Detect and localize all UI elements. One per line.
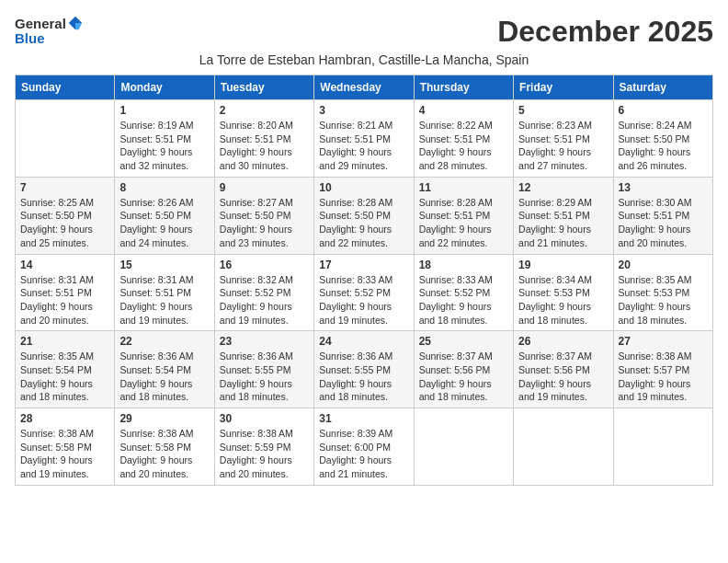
weekday-header-wednesday: Wednesday xyxy=(314,75,414,100)
day-number: 2 xyxy=(220,104,309,117)
logo-icon xyxy=(67,15,84,31)
day-info: Sunrise: 8:34 AM Sunset: 5:53 PM Dayligh… xyxy=(518,273,608,327)
day-info: Sunrise: 8:33 AM Sunset: 5:52 PM Dayligh… xyxy=(319,273,408,327)
calendar-cell: 15Sunrise: 8:31 AM Sunset: 5:51 PM Dayli… xyxy=(115,254,214,331)
day-number: 5 xyxy=(518,104,608,117)
day-number: 24 xyxy=(319,335,408,348)
day-number: 20 xyxy=(619,259,708,271)
day-number: 18 xyxy=(419,259,508,271)
calendar-table: SundayMondayTuesdayWednesdayThursdayFrid… xyxy=(15,75,713,486)
calendar-cell: 27Sunrise: 8:38 AM Sunset: 5:57 PM Dayli… xyxy=(613,331,712,408)
week-row-1: 1Sunrise: 8:19 AM Sunset: 5:51 PM Daylig… xyxy=(16,100,713,178)
calendar-cell: 29Sunrise: 8:38 AM Sunset: 5:58 PM Dayli… xyxy=(115,408,214,486)
day-info: Sunrise: 8:33 AM Sunset: 5:52 PM Dayligh… xyxy=(419,273,508,327)
calendar-cell: 8Sunrise: 8:26 AM Sunset: 5:50 PM Daylig… xyxy=(115,177,214,254)
week-row-4: 21Sunrise: 8:35 AM Sunset: 5:54 PM Dayli… xyxy=(16,331,713,408)
day-info: Sunrise: 8:24 AM Sunset: 5:50 PM Dayligh… xyxy=(619,119,708,173)
calendar-cell: 30Sunrise: 8:38 AM Sunset: 5:59 PM Dayli… xyxy=(214,408,313,486)
day-info: Sunrise: 8:22 AM Sunset: 5:51 PM Dayligh… xyxy=(419,119,508,173)
weekday-header-saturday: Saturday xyxy=(613,75,712,100)
day-info: Sunrise: 8:38 AM Sunset: 5:58 PM Dayligh… xyxy=(20,427,109,481)
calendar-cell: 9Sunrise: 8:27 AM Sunset: 5:50 PM Daylig… xyxy=(214,177,313,254)
week-row-5: 28Sunrise: 8:38 AM Sunset: 5:58 PM Dayli… xyxy=(16,408,713,486)
day-number: 8 xyxy=(119,181,209,194)
weekday-header-sunday: Sunday xyxy=(16,75,115,100)
page-header: General Blue December 2025 xyxy=(15,15,713,49)
day-info: Sunrise: 8:25 AM Sunset: 5:50 PM Dayligh… xyxy=(20,196,109,250)
day-info: Sunrise: 8:28 AM Sunset: 5:51 PM Dayligh… xyxy=(419,196,508,250)
svg-marker-1 xyxy=(75,23,82,29)
day-info: Sunrise: 8:21 AM Sunset: 5:51 PM Dayligh… xyxy=(319,119,408,173)
day-info: Sunrise: 8:36 AM Sunset: 5:54 PM Dayligh… xyxy=(119,350,209,404)
calendar-cell: 16Sunrise: 8:32 AM Sunset: 5:52 PM Dayli… xyxy=(214,254,313,331)
calendar-cell: 5Sunrise: 8:23 AM Sunset: 5:51 PM Daylig… xyxy=(514,100,613,178)
day-info: Sunrise: 8:38 AM Sunset: 5:58 PM Dayligh… xyxy=(119,427,209,481)
calendar-cell: 11Sunrise: 8:28 AM Sunset: 5:51 PM Dayli… xyxy=(414,177,513,254)
calendar-cell: 17Sunrise: 8:33 AM Sunset: 5:52 PM Dayli… xyxy=(314,254,414,331)
calendar-cell: 18Sunrise: 8:33 AM Sunset: 5:52 PM Dayli… xyxy=(414,254,513,331)
day-number: 26 xyxy=(518,335,608,348)
day-info: Sunrise: 8:38 AM Sunset: 5:59 PM Dayligh… xyxy=(220,427,309,481)
day-number: 14 xyxy=(20,259,109,271)
day-number: 16 xyxy=(220,259,309,271)
day-number: 12 xyxy=(518,181,608,194)
day-info: Sunrise: 8:35 AM Sunset: 5:53 PM Dayligh… xyxy=(619,273,708,327)
calendar-cell: 19Sunrise: 8:34 AM Sunset: 5:53 PM Dayli… xyxy=(514,254,613,331)
calendar-cell: 3Sunrise: 8:21 AM Sunset: 5:51 PM Daylig… xyxy=(314,100,414,178)
day-info: Sunrise: 8:26 AM Sunset: 5:50 PM Dayligh… xyxy=(119,196,209,250)
day-info: Sunrise: 8:19 AM Sunset: 5:51 PM Dayligh… xyxy=(119,119,209,173)
calendar-cell: 20Sunrise: 8:35 AM Sunset: 5:53 PM Dayli… xyxy=(613,254,712,331)
calendar-cell: 26Sunrise: 8:37 AM Sunset: 5:56 PM Dayli… xyxy=(514,331,613,408)
day-number: 27 xyxy=(619,335,708,348)
calendar-cell: 25Sunrise: 8:37 AM Sunset: 5:56 PM Dayli… xyxy=(414,331,513,408)
week-row-2: 7Sunrise: 8:25 AM Sunset: 5:50 PM Daylig… xyxy=(16,177,713,254)
day-number: 21 xyxy=(20,335,109,348)
day-number: 23 xyxy=(220,335,309,348)
day-info: Sunrise: 8:38 AM Sunset: 5:57 PM Dayligh… xyxy=(619,350,708,404)
day-info: Sunrise: 8:36 AM Sunset: 5:55 PM Dayligh… xyxy=(220,350,309,404)
day-info: Sunrise: 8:20 AM Sunset: 5:51 PM Dayligh… xyxy=(220,119,309,173)
day-number: 29 xyxy=(119,412,209,425)
calendar-cell xyxy=(514,408,613,486)
day-info: Sunrise: 8:23 AM Sunset: 5:51 PM Dayligh… xyxy=(518,119,608,173)
month-title: December 2025 xyxy=(497,15,713,49)
week-row-3: 14Sunrise: 8:31 AM Sunset: 5:51 PM Dayli… xyxy=(16,254,713,331)
calendar-cell: 14Sunrise: 8:31 AM Sunset: 5:51 PM Dayli… xyxy=(16,254,115,331)
day-number: 11 xyxy=(419,181,508,194)
logo: General Blue xyxy=(15,15,84,45)
calendar-cell: 2Sunrise: 8:20 AM Sunset: 5:51 PM Daylig… xyxy=(214,100,313,178)
calendar-cell: 4Sunrise: 8:22 AM Sunset: 5:51 PM Daylig… xyxy=(414,100,513,178)
day-info: Sunrise: 8:31 AM Sunset: 5:51 PM Dayligh… xyxy=(119,273,209,327)
weekday-header-friday: Friday xyxy=(514,75,613,100)
day-number: 19 xyxy=(518,259,608,271)
day-info: Sunrise: 8:27 AM Sunset: 5:50 PM Dayligh… xyxy=(220,196,309,250)
day-info: Sunrise: 8:31 AM Sunset: 5:51 PM Dayligh… xyxy=(20,273,109,327)
day-info: Sunrise: 8:35 AM Sunset: 5:54 PM Dayligh… xyxy=(20,350,109,404)
calendar-cell: 7Sunrise: 8:25 AM Sunset: 5:50 PM Daylig… xyxy=(16,177,115,254)
day-number: 28 xyxy=(20,412,109,425)
calendar-cell: 31Sunrise: 8:39 AM Sunset: 6:00 PM Dayli… xyxy=(314,408,414,486)
calendar-cell: 13Sunrise: 8:30 AM Sunset: 5:51 PM Dayli… xyxy=(613,177,712,254)
logo-blue: Blue xyxy=(15,31,45,45)
day-info: Sunrise: 8:37 AM Sunset: 5:56 PM Dayligh… xyxy=(419,350,508,404)
day-number: 4 xyxy=(419,104,508,117)
calendar-cell: 23Sunrise: 8:36 AM Sunset: 5:55 PM Dayli… xyxy=(214,331,313,408)
weekday-header-thursday: Thursday xyxy=(414,75,513,100)
calendar-cell: 24Sunrise: 8:36 AM Sunset: 5:55 PM Dayli… xyxy=(314,331,414,408)
calendar-cell xyxy=(16,100,115,178)
day-number: 6 xyxy=(619,104,708,117)
location-subtitle: La Torre de Esteban Hambran, Castille-La… xyxy=(15,52,713,67)
day-info: Sunrise: 8:30 AM Sunset: 5:51 PM Dayligh… xyxy=(619,196,708,250)
day-info: Sunrise: 8:32 AM Sunset: 5:52 PM Dayligh… xyxy=(220,273,309,327)
weekday-header-tuesday: Tuesday xyxy=(214,75,313,100)
calendar-cell: 28Sunrise: 8:38 AM Sunset: 5:58 PM Dayli… xyxy=(16,408,115,486)
calendar-cell: 10Sunrise: 8:28 AM Sunset: 5:50 PM Dayli… xyxy=(314,177,414,254)
day-number: 13 xyxy=(619,181,708,194)
day-number: 1 xyxy=(119,104,209,117)
weekday-header-row: SundayMondayTuesdayWednesdayThursdayFrid… xyxy=(16,75,713,100)
day-number: 15 xyxy=(119,259,209,271)
calendar-cell: 22Sunrise: 8:36 AM Sunset: 5:54 PM Dayli… xyxy=(115,331,214,408)
day-number: 17 xyxy=(319,259,408,271)
calendar-cell xyxy=(613,408,712,486)
logo-general: General xyxy=(15,17,66,30)
